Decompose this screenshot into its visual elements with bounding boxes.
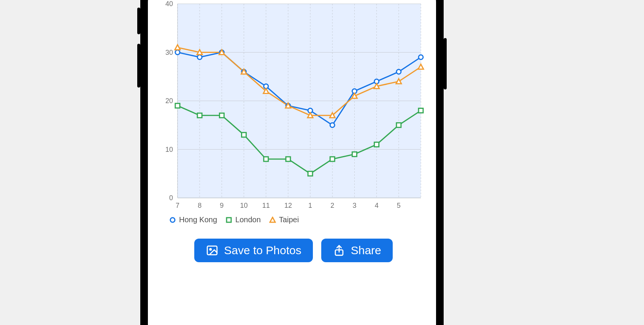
legend-label: Taipei	[279, 215, 299, 224]
svg-text:10: 10	[165, 146, 173, 153]
svg-point-63	[210, 249, 211, 250]
svg-rect-52	[264, 157, 268, 161]
share-icon	[333, 244, 346, 257]
svg-text:3: 3	[352, 202, 356, 209]
share-button[interactable]: Share	[321, 239, 393, 262]
svg-text:20: 20	[165, 97, 173, 105]
image-icon	[206, 244, 219, 257]
svg-rect-50	[219, 113, 224, 118]
phone-screen: 01020304078910111212345 Hong KongLondonT…	[148, 0, 436, 325]
svg-text:2: 2	[330, 202, 334, 209]
svg-text:7: 7	[176, 202, 179, 209]
phone-side-button	[137, 44, 140, 88]
svg-text:10: 10	[240, 202, 248, 209]
legend-item: Taipei	[269, 215, 299, 224]
svg-text:11: 11	[262, 202, 270, 209]
svg-rect-51	[242, 132, 246, 137]
legend-label: Hong Kong	[179, 215, 217, 224]
svg-rect-59	[419, 108, 423, 113]
svg-text:8: 8	[198, 202, 201, 209]
legend-item: Hong Kong	[169, 215, 217, 224]
legend-item: London	[225, 215, 261, 224]
save-to-photos-button[interactable]: Save to Photos	[194, 239, 312, 262]
svg-point-60	[170, 218, 175, 222]
svg-rect-54	[308, 171, 312, 176]
svg-point-43	[330, 123, 335, 127]
svg-text:5: 5	[397, 202, 401, 209]
svg-text:30: 30	[165, 49, 173, 56]
svg-text:12: 12	[284, 202, 292, 209]
svg-text:0: 0	[169, 194, 173, 202]
svg-rect-61	[227, 218, 231, 222]
svg-rect-48	[175, 104, 180, 108]
phone-side-button	[137, 8, 140, 34]
line-chart: 01020304078910111212345	[159, 0, 425, 213]
svg-rect-58	[397, 123, 401, 127]
legend-label: London	[235, 215, 261, 224]
svg-text:9: 9	[220, 202, 224, 209]
svg-point-36	[175, 50, 180, 55]
svg-rect-53	[286, 157, 290, 161]
svg-rect-49	[197, 113, 202, 118]
svg-text:40: 40	[165, 0, 173, 8]
svg-point-46	[397, 70, 401, 74]
chart-legend: Hong KongLondonTaipei	[169, 215, 428, 224]
svg-text:4: 4	[375, 202, 379, 209]
svg-rect-56	[352, 152, 357, 156]
save-button-label: Save to Photos	[224, 244, 301, 257]
svg-point-47	[419, 55, 423, 59]
svg-point-37	[197, 55, 202, 59]
svg-rect-55	[330, 157, 335, 161]
share-button-label: Share	[351, 244, 381, 257]
phone-frame: 01020304078910111212345 Hong KongLondonT…	[140, 0, 444, 325]
phone-side-button	[444, 38, 447, 89]
svg-text:1: 1	[308, 202, 312, 209]
svg-rect-57	[374, 142, 379, 147]
